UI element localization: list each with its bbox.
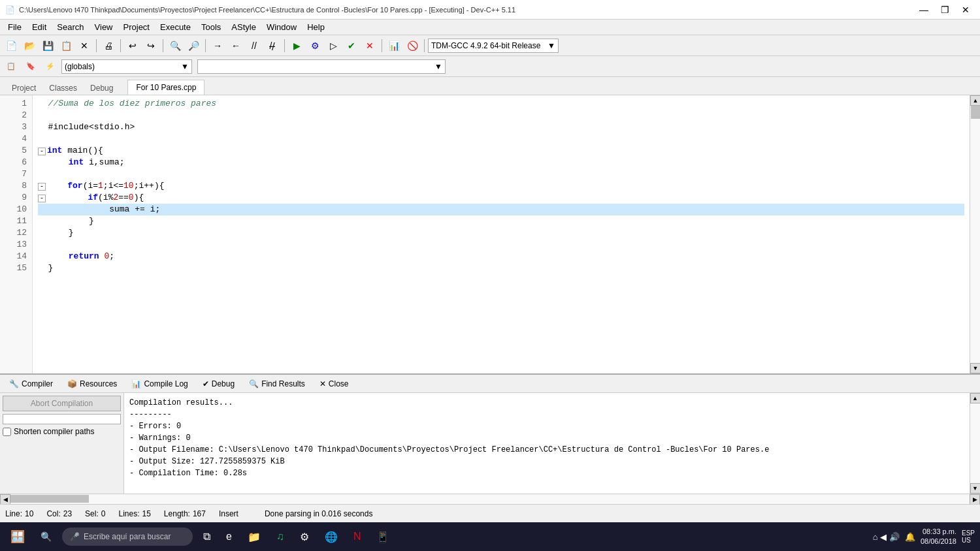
stop-button[interactable]: ✕ [361,37,378,54]
unindent-button[interactable]: ← [227,37,244,54]
statusbar: Line: 10 Col: 23 Sel: 0 Lines: 15 Length… [0,504,980,522]
code-line: suma += i; [38,204,964,215]
code-line: return 0; [38,251,964,262]
menu-file[interactable]: File [3,21,27,33]
menu-tools[interactable]: Tools [196,21,226,33]
open-button[interactable]: 📂 [21,37,38,54]
bottom-left-panel: Abort Compilation Shorten compiler paths [0,393,124,494]
tab-compile-log[interactable]: 📊 Compile Log [125,377,194,390]
tab-debug-bottom[interactable]: ✔ Debug [196,377,241,390]
code-line: #include<stdio.h> [38,121,964,133]
indent-button[interactable]: → [209,37,226,54]
task-view-button[interactable]: ⧉ [198,525,216,548]
other-taskbar[interactable]: 📱 [371,525,395,548]
taskbar-search-box[interactable]: 🎤 Escribe aquí para buscar [62,527,193,546]
run-button[interactable]: ▷ [325,37,342,54]
maximize-button[interactable]: ❐ [936,1,954,19]
new-button[interactable]: 📄 [3,37,20,54]
toolbar2-btn2[interactable]: 🔖 [22,58,39,75]
save-all-button[interactable]: 📋 [57,37,74,54]
menu-search[interactable]: Search [52,21,89,33]
find-button[interactable]: 🔍 [167,37,184,54]
devcpp-taskbar[interactable]: ⚙ [295,525,314,548]
scope-dropdown[interactable]: (globals) ▼ [61,59,192,74]
symbol-chevron: ▼ [434,62,442,71]
code-line [38,133,964,145]
scroll-up-arrow[interactable]: ▲ [970,95,980,106]
taskbar-locale: ESP US [962,529,975,544]
hscroll-right[interactable]: ▶ [970,494,980,505]
code-line: } [38,227,964,239]
menu-view[interactable]: View [90,21,118,33]
tab-close-bottom[interactable]: ✕ Close [313,377,355,390]
menu-window[interactable]: Window [261,21,302,33]
fold-icon[interactable]: - [38,195,46,202]
tab-project[interactable]: Project [5,82,42,95]
compiler-label: TDM-GCC 4.9.2 64-bit Release [431,41,540,50]
save-button[interactable]: 💾 [39,37,56,54]
menu-astyle[interactable]: AStyle [226,21,261,33]
no-profile-button[interactable]: 🚫 [404,37,421,54]
comment-button[interactable]: // [246,37,263,54]
tab-compiler[interactable]: 🔧 Compiler [3,377,59,390]
compilation-line: - Errors: 0 [129,420,964,432]
replace-button[interactable]: 🔎 [185,37,202,54]
file-explorer-taskbar[interactable]: 📁 [242,525,266,548]
bottom-scroll-down[interactable]: ▼ [970,483,981,494]
redo-button[interactable]: ↪ [142,37,159,54]
profile-button[interactable]: 📊 [385,37,402,54]
undo-button[interactable]: ↩ [124,37,141,54]
menu-execute[interactable]: Execute [155,21,196,33]
shorten-paths-label[interactable]: Shorten compiler paths [3,427,121,436]
close-button[interactable]: ✕ [956,1,975,19]
bottom-scroll-up[interactable]: ▲ [970,393,981,403]
hscroll-left[interactable]: ◀ [0,494,10,505]
edge-browser-taskbar[interactable]: e [221,525,237,548]
netflix-taskbar[interactable]: N [348,525,367,548]
menu-project[interactable]: Project [118,21,155,33]
menu-edit[interactable]: Edit [27,21,52,33]
code-line: int i,suma; [38,157,964,168]
code-line: -int main(){ [38,145,964,157]
tab-classes[interactable]: Classes [42,82,84,95]
taskbar-clock: 08:33 p.m. 08/06/2018 [921,527,956,547]
compile-run-button[interactable]: ▶ [288,37,305,54]
horizontal-scrollbar[interactable]: ◀ ▶ [0,494,980,504]
compile-button[interactable]: ⚙ [306,37,323,54]
chrome-taskbar[interactable]: 🌐 [319,525,343,548]
progress-bar [3,414,121,424]
start-button[interactable]: 🪟 [5,525,30,548]
bottom-scrollbar[interactable]: ▲ ▼ [970,393,980,494]
taskbar-right: ⌂ ◀ 🔊 🔔 08:33 p.m. 08/06/2018 ESP US [873,527,975,547]
tab-resources[interactable]: 📦 Resources [61,377,123,390]
length-label: Length: [164,509,190,518]
toolbar2-btn3[interactable]: ⚡ [42,58,59,75]
fold-icon[interactable]: - [38,183,46,191]
tab-file[interactable]: For 10 Pares.cpp [127,80,204,95]
symbol-dropdown[interactable]: ▼ [197,59,446,74]
tab-find-results[interactable]: 🔍 Find Results [242,377,312,390]
close-file-button[interactable]: ✕ [76,37,93,54]
scroll-down-arrow[interactable]: ▼ [970,363,980,373]
compiler-dropdown[interactable]: TDM-GCC 4.9.2 64-bit Release ▼ [428,39,559,53]
compilelog-icon: 📊 [131,379,141,388]
check-button[interactable]: ✔ [343,37,360,54]
compilation-line: --------- [129,409,964,420]
uncomment-button[interactable]: //̶ [264,37,281,54]
bottom-panel: 🔧 Compiler 📦 Resources 📊 Compile Log ✔ D… [0,373,980,504]
menu-help[interactable]: Help [302,21,330,33]
print-button[interactable]: 🖨 [100,37,117,54]
toolbar2-btn1[interactable]: 📋 [3,58,20,75]
search-task-button[interactable]: 🔍 [35,525,57,548]
tab-debug[interactable]: Debug [84,82,120,95]
abort-compilation-button[interactable]: Abort Compilation [3,396,121,411]
spotify-taskbar[interactable]: ♫ [271,525,289,548]
code-line: //Suma de los diez primeros pares [38,98,964,110]
status-message: Done parsing in 0.016 seconds [265,509,372,518]
compiler-icon: 🔧 [9,379,19,388]
editor-scrollbar[interactable]: ▲ ▼ [970,95,980,373]
fold-icon[interactable]: - [38,148,46,155]
code-editor[interactable]: //Suma de los diez primeros pares #inclu… [33,95,970,373]
shorten-paths-checkbox[interactable] [3,428,11,436]
minimize-button[interactable]: — [915,1,933,19]
